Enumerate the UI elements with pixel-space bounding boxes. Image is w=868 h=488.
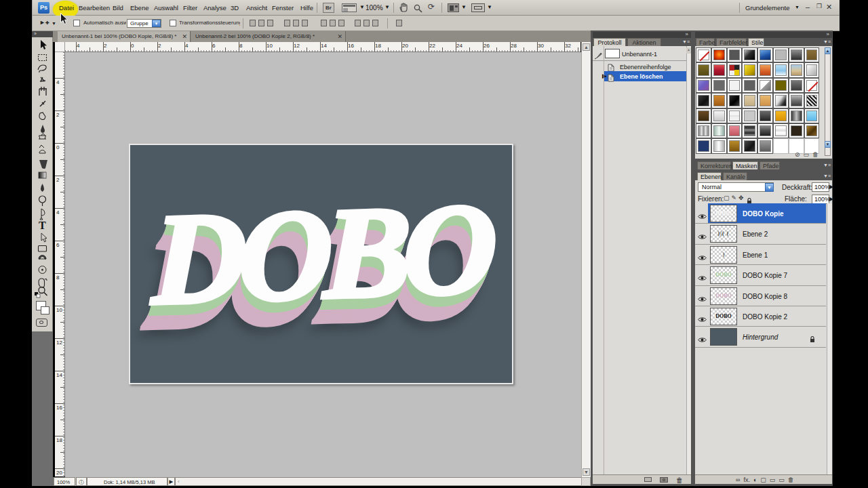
svg-text:T: T — [39, 220, 46, 231]
